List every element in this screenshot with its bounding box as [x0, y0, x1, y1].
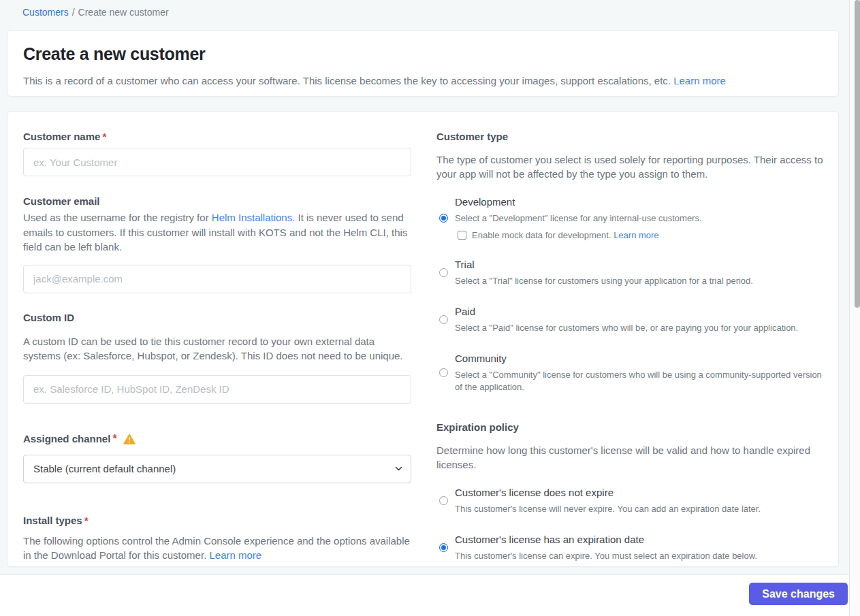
header-card: Create a new customer This is a record o… — [7, 30, 839, 97]
expiration-option-no-expire: Customer's license does not expire This … — [436, 486, 828, 515]
header-description-text: This is a record of a customer who can a… — [23, 75, 671, 86]
page-scrollbar — [849, 0, 860, 616]
install-types-learn-more-link[interactable]: Learn more — [209, 549, 261, 561]
community-option-label: Community — [455, 352, 828, 366]
scrollbar-thumb[interactable] — [855, 0, 860, 308]
development-option-content: Development Select a "Development" licen… — [455, 195, 702, 240]
form-right-column: Customer type The type of customer you s… — [436, 130, 828, 566]
breadcrumb-current: Create new customer — [78, 7, 169, 18]
community-option-content: Community Select a "Community" license f… — [455, 352, 828, 393]
customer-email-desc-before: Used as the username for the registry fo… — [23, 212, 212, 223]
customer-name-label: Customer name* — [23, 130, 411, 144]
license-expiration-date-radio[interactable] — [439, 543, 448, 552]
customer-email-description: Used as the username for the registry fo… — [23, 210, 411, 255]
customer-type-option-community: Community Select a "Community" license f… — [436, 352, 828, 393]
has-date-option-label: Customer's license has an expiration dat… — [455, 533, 757, 547]
development-option-description: Select a "Development" license for any i… — [455, 212, 702, 225]
expiration-option-has-date: Customer's license has an expiration dat… — [436, 533, 828, 562]
trial-option-description: Select a "Trial" license for customers u… — [455, 275, 753, 287]
form-card: Customer name* Customer email Used as th… — [7, 111, 839, 567]
mock-data-checkbox-row: Enable mock data for development. Learn … — [455, 230, 702, 240]
trial-radio[interactable] — [439, 268, 448, 277]
form-left-column: Customer name* Customer email Used as th… — [23, 130, 411, 566]
customer-type-label: Customer type — [436, 130, 828, 144]
license-no-expire-radio[interactable] — [439, 496, 448, 505]
assigned-channel-select-wrap: Stable (current default channel) — [23, 455, 411, 483]
customer-type-description: The type of customer you select is used … — [436, 153, 828, 181]
customer-name-label-text: Customer name — [23, 131, 100, 142]
install-types-description: The following options control the Admin … — [23, 534, 411, 563]
install-types-label-text: Install types — [23, 515, 82, 526]
breadcrumb-customers-link[interactable]: Customers — [22, 7, 69, 18]
save-changes-button[interactable]: Save changes — [749, 583, 848, 605]
page-title: Create a new customer — [23, 44, 823, 64]
warning-icon — [123, 434, 136, 444]
paid-option-label: Paid — [455, 305, 798, 319]
expiration-policy-options: Customer's license does not expire This … — [436, 486, 828, 562]
customer-email-label: Customer email — [23, 195, 411, 208]
customer-name-input[interactable] — [23, 148, 411, 176]
has-date-option-description: This customer's license can expire. You … — [455, 550, 757, 562]
custom-id-input[interactable] — [23, 375, 411, 404]
customer-type-option-development: Development Select a "Development" licen… — [436, 195, 828, 240]
customer-name-required-asterisk: * — [102, 131, 106, 142]
no-expire-option-content: Customer's license does not expire This … — [455, 486, 761, 515]
community-radio[interactable] — [439, 368, 448, 377]
mock-data-checkbox[interactable] — [458, 231, 466, 240]
install-types-required-asterisk: * — [84, 515, 89, 526]
no-expire-option-description: This customer's license will never expir… — [455, 503, 761, 515]
development-option-label: Development — [455, 195, 702, 209]
paid-radio[interactable] — [439, 315, 448, 324]
customer-type-option-trial: Trial Select a "Trial" license for custo… — [436, 258, 828, 287]
trial-option-content: Trial Select a "Trial" license for custo… — [455, 258, 753, 287]
custom-id-description: A custom ID can be used to tie this cust… — [23, 334, 411, 363]
mock-data-learn-more-link[interactable]: Learn more — [614, 230, 658, 240]
trial-option-label: Trial — [455, 258, 753, 272]
expiration-policy-label: Expiration policy — [436, 421, 828, 434]
custom-id-label: Custom ID — [23, 311, 411, 325]
customer-type-option-paid: Paid Select a "Paid" license for custome… — [436, 305, 828, 334]
paid-option-content: Paid Select a "Paid" license for custome… — [455, 305, 798, 334]
no-expire-option-label: Customer's license does not expire — [455, 486, 761, 500]
mock-data-checkbox-label: Enable mock data for development. Learn … — [472, 230, 659, 240]
expiration-policy-description: Determine how long this customer's licen… — [436, 444, 828, 472]
assigned-channel-select[interactable]: Stable (current default channel) — [23, 455, 411, 483]
community-option-description: Select a "Community" license for custome… — [455, 369, 828, 393]
header-learn-more-link[interactable]: Learn more — [673, 75, 726, 86]
breadcrumb: Customers/Create new customer — [22, 7, 169, 18]
header-description: This is a record of a customer who can a… — [23, 74, 823, 88]
paid-option-description: Select a "Paid" license for customers wh… — [455, 322, 798, 334]
mock-data-checkbox-text: Enable mock data for development. — [472, 230, 614, 240]
create-customer-page: Customers/Create new customer Create a n… — [0, 0, 860, 616]
assigned-channel-required-asterisk: * — [112, 433, 116, 445]
assigned-channel-label: Assigned channel — [23, 432, 110, 446]
breadcrumb-separator: / — [72, 7, 75, 18]
helm-installations-link[interactable]: Helm Installations — [212, 212, 292, 223]
has-date-option-content: Customer's license has an expiration dat… — [455, 533, 757, 562]
customer-email-input[interactable] — [23, 265, 411, 293]
install-types-label: Install types* — [23, 514, 411, 528]
assigned-channel-label-row: Assigned channel* — [23, 432, 411, 446]
footer-bar: Save changes — [0, 575, 860, 616]
customer-type-options: Development Select a "Development" licen… — [436, 195, 828, 393]
development-radio[interactable] — [439, 214, 448, 223]
